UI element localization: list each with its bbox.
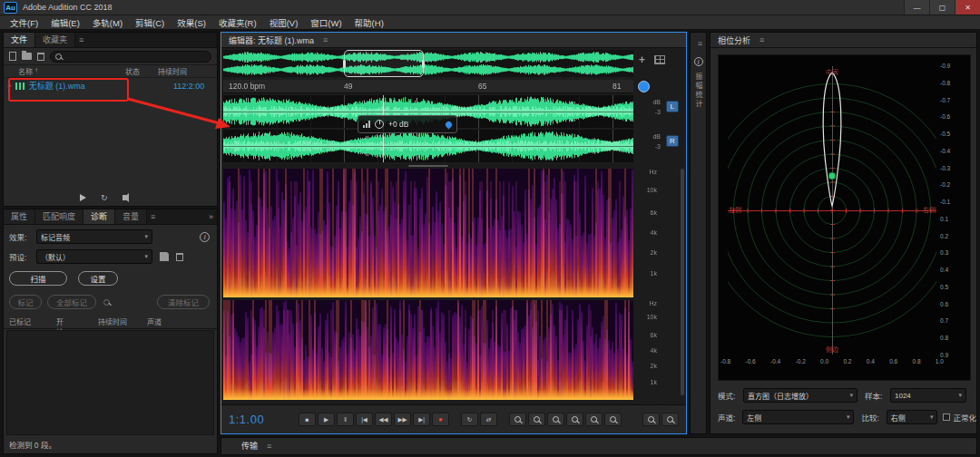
collapsed-panel-label[interactable]: 振幅统计 bbox=[693, 73, 703, 109]
zoom-to-selection-button[interactable] bbox=[585, 413, 603, 426]
menu-item[interactable]: 文件(F) bbox=[4, 16, 44, 29]
loop-playback-button[interactable]: ↻ bbox=[461, 413, 478, 426]
samples-select[interactable]: 1024 ▾ bbox=[890, 388, 966, 403]
panel-menu-icon[interactable]: ≡ bbox=[698, 36, 702, 51]
zoom-in-point-left-button[interactable] bbox=[642, 413, 660, 426]
speaker-icon[interactable] bbox=[122, 195, 126, 200]
maximize-button[interactable]: ▢ bbox=[929, 0, 955, 15]
menu-item[interactable]: 编辑(E) bbox=[44, 16, 86, 29]
fast-forward-button[interactable]: ▶▶ bbox=[394, 413, 411, 426]
tab-音量[interactable]: 音量 bbox=[115, 209, 147, 224]
snap-icon[interactable] bbox=[638, 81, 650, 92]
play-button[interactable]: ▶ bbox=[318, 413, 335, 426]
delete-file-icon[interactable] bbox=[37, 53, 44, 61]
mark-all-button[interactable]: 全部标记 bbox=[47, 295, 96, 309]
panel-menu-icon[interactable]: ≡ bbox=[323, 33, 328, 47]
panel-menu-icon[interactable]: ≡ bbox=[760, 33, 764, 47]
zoom-in-button[interactable] bbox=[509, 413, 526, 426]
grid-view-icon[interactable] bbox=[654, 55, 665, 64]
menu-item[interactable]: 多轨(M) bbox=[86, 16, 129, 29]
close-button[interactable]: ✕ bbox=[955, 0, 980, 15]
open-folder-icon[interactable] bbox=[22, 53, 32, 60]
panel-menu-icon[interactable]: ≡ bbox=[79, 33, 83, 47]
scan-button[interactable]: 扫描 bbox=[9, 271, 67, 286]
effect-select[interactable]: 标记音频 ▾ bbox=[36, 229, 152, 244]
tab-文件[interactable]: 文件 bbox=[4, 33, 35, 47]
tab-匹配响度[interactable]: 匹配响度 bbox=[35, 209, 83, 224]
zoom-in-point-right-button[interactable] bbox=[662, 413, 679, 426]
save-preset-icon[interactable] bbox=[160, 252, 169, 261]
column-duration[interactable]: 持续时间 bbox=[98, 316, 127, 326]
tab-收藏夹[interactable]: 收藏夹 bbox=[35, 33, 75, 47]
tab-属性[interactable]: 属性 bbox=[4, 209, 35, 224]
spectrogram-left-canvas[interactable] bbox=[223, 169, 633, 297]
tab-overflow-icon[interactable]: » bbox=[209, 209, 217, 224]
gain-hud[interactable]: +0 dB bbox=[358, 115, 457, 133]
play-icon[interactable] bbox=[80, 194, 86, 201]
y-tick: -0.3 bbox=[940, 165, 950, 171]
pan-tool-icon[interactable]: + bbox=[639, 55, 645, 64]
spectrogram-right-canvas[interactable] bbox=[223, 300, 633, 400]
phase-x-ticks: -0.8-0.6-0.4-0.20.00.20.40.60.81.0 bbox=[720, 358, 944, 365]
skip-to-start-button[interactable]: |◀ bbox=[356, 413, 373, 426]
freq-scale: Hz10k6k4k2k1k bbox=[635, 169, 657, 297]
sort-up-icon: ↑ bbox=[34, 66, 38, 76]
files-toolbar bbox=[4, 48, 217, 65]
waveform-right-canvas[interactable] bbox=[223, 130, 633, 162]
panel-menu-icon[interactable]: ≡ bbox=[267, 439, 271, 453]
overview-selection[interactable] bbox=[344, 50, 424, 77]
loop-icon[interactable]: ↻ bbox=[101, 193, 108, 202]
column-status[interactable]: 状态 bbox=[125, 66, 158, 76]
compare-select[interactable]: 右侧 ▾ bbox=[887, 410, 938, 424]
menu-item[interactable]: 收藏夹(R) bbox=[212, 16, 263, 29]
phase-label-left: 左侧 bbox=[729, 205, 741, 214]
gain-knob-icon[interactable] bbox=[375, 120, 384, 129]
zoom-full-button[interactable] bbox=[604, 413, 622, 426]
clear-marks-button[interactable]: 清除标记 bbox=[157, 295, 210, 309]
find-marks-icon[interactable] bbox=[103, 299, 110, 306]
overview-waveform-canvas[interactable] bbox=[223, 50, 633, 77]
column-duration[interactable]: 持续时间 bbox=[158, 66, 187, 76]
pane-divider[interactable] bbox=[223, 164, 633, 168]
pin-icon[interactable] bbox=[445, 120, 454, 129]
files-search-input[interactable] bbox=[50, 51, 211, 63]
record-button[interactable]: ● bbox=[432, 413, 449, 426]
channel-right-button[interactable]: R bbox=[666, 135, 679, 147]
stop-button[interactable]: ■ bbox=[299, 413, 316, 426]
mark-button[interactable]: 标记 bbox=[9, 295, 42, 309]
db-scale-right: dB-3 bbox=[637, 131, 661, 151]
zoom-out-vertical-button[interactable] bbox=[566, 413, 583, 426]
overview-waveform[interactable] bbox=[223, 50, 633, 77]
channel-select[interactable]: 左侧 ▾ bbox=[742, 410, 854, 424]
menu-item[interactable]: 剪辑(C) bbox=[129, 16, 171, 29]
time-display[interactable]: 1:1.00 bbox=[229, 413, 287, 426]
tab-诊断[interactable]: 诊断 bbox=[83, 209, 115, 224]
minimize-button[interactable]: — bbox=[904, 0, 929, 15]
timeline-ruler[interactable]: 120.0 bpm 49 65 81 bbox=[223, 80, 633, 93]
mode-select[interactable]: 直方图（日志增放） ▾ bbox=[743, 388, 858, 403]
channel-left-button[interactable]: L bbox=[666, 101, 679, 112]
pause-button[interactable]: ‖ bbox=[337, 413, 354, 426]
rewind-button[interactable]: ◀◀ bbox=[375, 413, 392, 426]
preset-select[interactable]: （默认） ▾ bbox=[36, 249, 152, 264]
zoom-out-button[interactable] bbox=[528, 413, 545, 426]
menu-item[interactable]: 效果(S) bbox=[171, 16, 212, 29]
column-marked[interactable]: 已标记 bbox=[9, 316, 31, 326]
y-tick: -0.5 bbox=[940, 131, 950, 137]
x-tick: 0.2 bbox=[843, 358, 851, 365]
zoom-in-vertical-button[interactable] bbox=[547, 413, 564, 426]
settings-button[interactable]: 设置 bbox=[78, 271, 118, 286]
menu-item[interactable]: 窗口(W) bbox=[304, 16, 348, 29]
diagnostics-result-list[interactable] bbox=[6, 330, 214, 435]
info-icon[interactable]: i bbox=[200, 232, 210, 242]
new-file-icon[interactable] bbox=[9, 52, 16, 61]
menu-item[interactable]: 视图(V) bbox=[263, 16, 305, 29]
vertical-scrollbar[interactable] bbox=[681, 169, 684, 395]
menu-item[interactable]: 帮助(H) bbox=[348, 16, 390, 29]
column-channel[interactable]: 声道 bbox=[147, 316, 162, 326]
skip-to-end-button[interactable]: ▶| bbox=[413, 413, 430, 426]
normalize-checkbox[interactable] bbox=[943, 413, 950, 421]
skip-selection-button[interactable]: ⇄ bbox=[480, 413, 497, 426]
column-name[interactable]: 名称 ↑ bbox=[18, 66, 125, 76]
delete-preset-icon[interactable] bbox=[176, 253, 183, 261]
